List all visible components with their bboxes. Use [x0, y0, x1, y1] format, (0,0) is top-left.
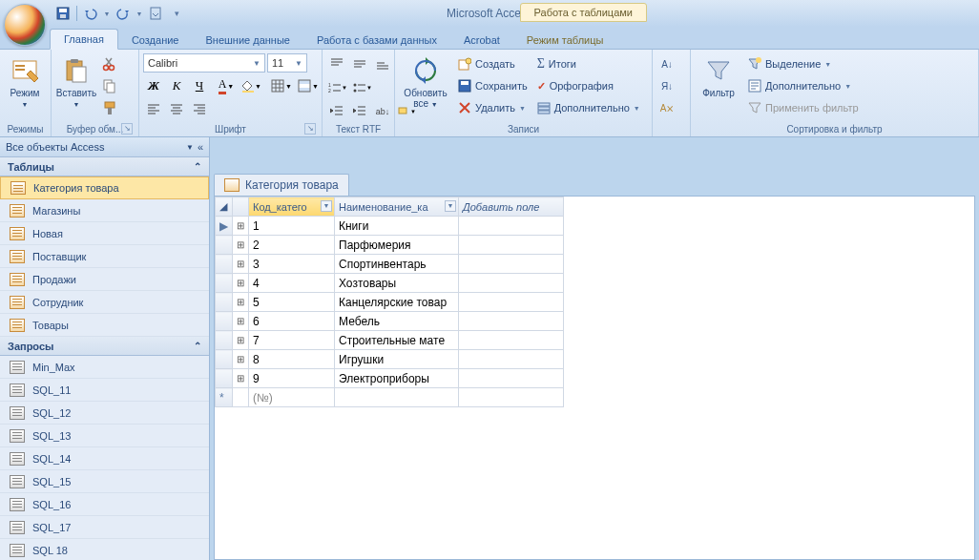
nav-item[interactable]: SQL_12 [0, 402, 209, 425]
cell-name[interactable]: Электроприборы [335, 369, 459, 388]
table-row[interactable]: ⊞ 7 Строительные мате [216, 331, 564, 350]
nav-item[interactable]: Категория товара [0, 176, 209, 199]
align-left-icon[interactable] [143, 99, 164, 120]
cell-name[interactable]: Канцелярские товар [335, 293, 459, 312]
row-selector[interactable] [216, 274, 233, 293]
nav-item[interactable]: SQL_11 [0, 379, 209, 402]
row-selector[interactable] [216, 236, 233, 255]
cell-empty[interactable] [459, 255, 564, 274]
cell-empty[interactable] [459, 274, 564, 293]
font-launcher-icon[interactable]: ↘ [304, 123, 316, 135]
table-row[interactable]: ⊞ 8 Игрушки [216, 350, 564, 369]
advanced-filter-button[interactable]: Дополнительно▼ [744, 75, 863, 96]
copy-icon[interactable] [99, 75, 120, 96]
new-row-selector[interactable]: * [216, 388, 233, 407]
table-row[interactable]: ⊞ 6 Мебель [216, 312, 564, 331]
cell-empty[interactable] [459, 236, 564, 255]
cell-name[interactable]: Хозтовары [335, 274, 459, 293]
expand-button[interactable]: ⊞ [233, 312, 249, 331]
office-button[interactable] [4, 4, 46, 46]
cell-id[interactable]: 5 [249, 293, 335, 312]
expand-button[interactable]: ⊞ [233, 236, 249, 255]
cell-empty[interactable] [459, 350, 564, 369]
paste-button[interactable]: Вставить▼ [55, 52, 97, 114]
row-selector[interactable] [216, 312, 233, 331]
tab-acrobat[interactable]: Acrobat [450, 31, 513, 50]
cell-name[interactable]: Парфюмерия [335, 236, 459, 255]
font-size-combo[interactable]: 11▼ [267, 53, 307, 73]
align-middle-icon[interactable] [349, 53, 370, 74]
cell-id[interactable]: 9 [249, 369, 335, 388]
cell-id[interactable]: 6 [249, 312, 335, 331]
nav-item[interactable]: Сотрудник [0, 291, 209, 314]
clear-sort-icon[interactable]: А⨯ [656, 97, 677, 118]
cell-name[interactable]: Спортинвентарь [335, 255, 459, 274]
row-selector[interactable] [216, 369, 233, 388]
expand-button[interactable]: ⊞ [233, 274, 249, 293]
nav-item[interactable]: Новая [0, 222, 209, 245]
align-center-icon[interactable] [166, 99, 187, 120]
redo-dropdown-icon[interactable]: ▼ [135, 4, 144, 23]
row-selector[interactable] [216, 331, 233, 350]
new-row[interactable]: * (№) [216, 388, 564, 407]
datasheet[interactable]: ◢ Код_катего▼ Наименование_ка▼ Добавить … [214, 196, 975, 560]
redo-icon[interactable] [114, 4, 133, 23]
tab-create[interactable]: Создание [118, 31, 193, 50]
table-row[interactable]: ⊞ 5 Канцелярские товар [216, 293, 564, 312]
nav-dropdown-icon[interactable]: ▼ [186, 143, 194, 152]
new-id-placeholder[interactable]: (№) [249, 388, 335, 407]
nav-collapse-icon[interactable]: « [198, 141, 203, 153]
align-right-icon[interactable] [189, 99, 210, 120]
cell-id[interactable]: 1 [249, 217, 335, 236]
cell-empty[interactable] [459, 217, 564, 236]
tab-database-tools[interactable]: Работа с базами данных [303, 31, 450, 50]
sort-asc-icon[interactable]: А↓ [656, 53, 677, 74]
table-row[interactable]: ⊞ 4 Хозтовары [216, 274, 564, 293]
add-field-column[interactable]: Добавить поле [459, 197, 564, 217]
nav-section-header[interactable]: Запросы⌃ [0, 337, 209, 356]
view-button[interactable]: Режим▼ [4, 52, 46, 114]
nav-item[interactable]: SQL_13 [0, 425, 209, 447]
row-selector[interactable]: ▶ [216, 217, 233, 236]
nav-item[interactable]: SQL_15 [0, 470, 209, 493]
bullets-icon[interactable]: ▼ [351, 77, 374, 98]
row-selector[interactable] [216, 293, 233, 312]
nav-item[interactable]: Товары [0, 314, 209, 337]
table-row[interactable]: ⊞ 2 Парфюмерия [216, 236, 564, 255]
selection-filter-button[interactable]: Выделение▼ [744, 53, 863, 74]
fill-color-button[interactable]: ▼ [239, 75, 263, 96]
column-dropdown-icon[interactable]: ▼ [321, 200, 332, 212]
cell-empty[interactable] [459, 312, 564, 331]
filter-button[interactable]: Фильтр [695, 52, 742, 102]
document-tab[interactable]: Категория товара [214, 174, 349, 196]
more-records-button[interactable]: Дополнительно▼ [533, 97, 644, 118]
nav-item[interactable]: SQL_17 [0, 516, 209, 539]
cell-empty[interactable] [459, 293, 564, 312]
table-row[interactable]: ▶ ⊞ 1 Книги [216, 217, 564, 236]
cell-name[interactable]: Игрушки [335, 350, 459, 369]
cell-id[interactable]: 4 [249, 274, 335, 293]
text-direction-icon[interactable]: ab↓ [372, 101, 393, 122]
align-bottom-icon[interactable] [372, 53, 393, 74]
align-top-icon[interactable] [326, 53, 347, 74]
gridlines-button[interactable]: ▼ [269, 75, 294, 96]
increase-indent-icon[interactable] [349, 101, 370, 122]
new-record-button[interactable]: Создать [454, 53, 531, 74]
cell-name[interactable]: Книги [335, 217, 459, 236]
column-header-id[interactable]: Код_катего▼ [249, 197, 335, 217]
bold-button[interactable]: Ж [143, 75, 164, 96]
cell-id[interactable]: 8 [249, 350, 335, 369]
totals-button[interactable]: ΣИтоги [533, 53, 644, 74]
expand-button[interactable]: ⊞ [233, 350, 249, 369]
undo-icon[interactable] [81, 4, 100, 23]
numbering-icon[interactable]: 12▼ [326, 77, 349, 98]
expand-button[interactable]: ⊞ [233, 331, 249, 350]
column-dropdown-icon[interactable]: ▼ [445, 200, 456, 212]
clipboard-launcher-icon[interactable]: ↘ [121, 123, 133, 135]
nav-item[interactable]: Продажи [0, 268, 209, 291]
expand-button[interactable]: ⊞ [233, 255, 249, 274]
qat-customize-icon[interactable] [146, 4, 165, 23]
underline-button[interactable]: Ч [189, 75, 210, 96]
refresh-all-button[interactable]: Обновить все ▼ [399, 52, 452, 114]
cell-empty[interactable] [459, 331, 564, 350]
